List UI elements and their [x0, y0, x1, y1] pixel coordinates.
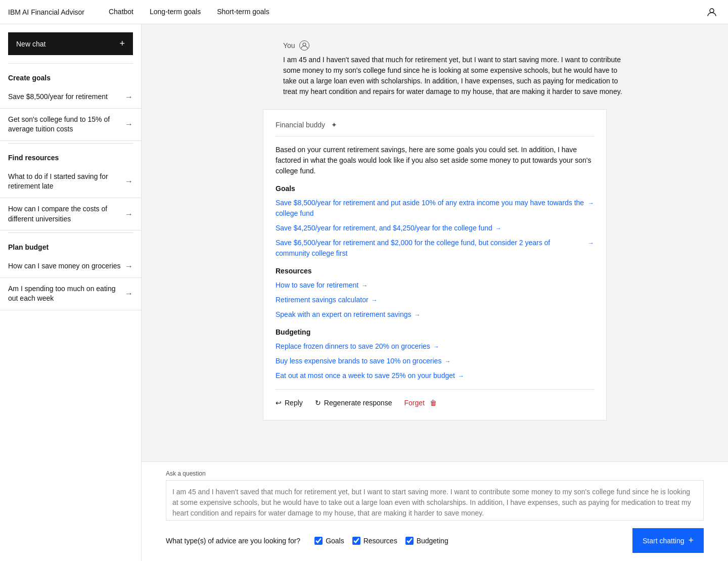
sidebar-section-create-goals: Create goals	[0, 66, 141, 86]
arrow-icon: →	[125, 120, 133, 129]
goal-link-1-arrow: →	[588, 199, 594, 208]
advice-label: What type(s) of advice are you looking f…	[166, 537, 300, 545]
resources-section-title: Resources	[276, 267, 594, 275]
chat-area: You I am 45 and I haven't saved that muc…	[142, 24, 728, 461]
goal-link-1[interactable]: Save $8,500/year for retirement and put …	[276, 198, 594, 219]
budget-link-1[interactable]: Replace frozen dinners to save 20% on gr…	[276, 341, 594, 352]
resource-link-1[interactable]: How to save for retirement →	[276, 280, 594, 291]
checkbox-resources[interactable]: Resources	[352, 537, 397, 545]
svg-point-1	[303, 43, 306, 46]
budgeting-checkbox[interactable]	[405, 537, 414, 545]
user-profile-button[interactable]	[704, 4, 720, 20]
sidebar: New chat + Create goals Save $8,500/year…	[0, 24, 142, 561]
ai-intro-text: Based on your current retirement savings…	[276, 145, 594, 176]
checkboxes: Goals Resources Budgeting	[314, 537, 448, 545]
resource-link-1-arrow: →	[361, 281, 368, 290]
user-message-inner: You I am 45 and I haven't saved that muc…	[283, 40, 627, 97]
new-chat-button[interactable]: New chat +	[8, 32, 133, 55]
goal-link-2-text: Save $4,250/year for retirement, and $4,…	[276, 223, 492, 233]
start-chatting-label: Start chatting	[643, 537, 685, 545]
resource-link-1-text: How to save for retirement	[276, 280, 358, 291]
forget-button[interactable]: Forget 🗑	[404, 396, 444, 410]
new-chat-label: New chat	[16, 40, 46, 48]
budget-link-1-arrow: →	[433, 342, 439, 351]
brand-prefix: IBM	[8, 8, 21, 16]
goal-link-1-text: Save $8,500/year for retirement and put …	[276, 198, 585, 219]
delete-icon: 🗑	[430, 399, 437, 407]
new-chat-plus-icon: +	[119, 38, 125, 49]
goal-link-3[interactable]: Save $6,500/year for retirement and $2,0…	[276, 238, 594, 259]
ai-buddy-icon: ✦	[329, 120, 339, 130]
resource-link-2-arrow: →	[372, 296, 378, 305]
sidebar-divider-3	[8, 232, 133, 233]
checkbox-budgeting[interactable]: Budgeting	[405, 537, 448, 545]
goal-link-2[interactable]: Save $4,250/year for retirement, and $4,…	[276, 223, 594, 233]
arrow-icon: →	[125, 177, 133, 186]
sidebar-divider-2	[8, 143, 133, 144]
main-content: You I am 45 and I haven't saved that muc…	[142, 24, 728, 561]
budgeting-checkbox-label: Budgeting	[417, 537, 448, 545]
top-navigation: IBM AI Financial Advisor Chatbot Long-te…	[0, 0, 728, 24]
sidebar-item-college-fund[interactable]: Get son's college fund to 15% of average…	[0, 109, 141, 141]
ask-question-label: Ask a question	[166, 470, 704, 477]
start-chatting-button[interactable]: Start chatting +	[632, 528, 704, 553]
sidebar-divider	[8, 63, 133, 64]
nav-link-shortterm[interactable]: Short-term goals	[209, 0, 277, 24]
resources-checkbox-label: Resources	[363, 537, 397, 545]
arrow-icon: →	[125, 289, 133, 298]
resource-link-3-text: Speak with an expert on retirement savin…	[276, 309, 411, 320]
resource-link-2[interactable]: Retirement savings calculator →	[276, 295, 594, 305]
user-avatar-icon	[299, 40, 309, 51]
sidebar-item-save-groceries[interactable]: How can I save money on groceries →	[0, 255, 141, 278]
start-chatting-plus-icon: +	[688, 535, 694, 546]
resource-link-3[interactable]: Speak with an expert on retirement savin…	[276, 309, 594, 320]
budgeting-section-title: Budgeting	[276, 328, 594, 336]
arrow-icon: →	[125, 262, 133, 271]
sidebar-item-eating-out[interactable]: Am I spending too much on eating out eac…	[0, 278, 141, 310]
resources-checkbox[interactable]	[352, 537, 360, 545]
reply-icon: ↩	[276, 399, 282, 407]
chat-input[interactable]	[166, 480, 704, 521]
budget-link-3-text: Eat out at most once a week to save 25% …	[276, 370, 455, 381]
budget-link-2-arrow: →	[444, 357, 450, 366]
reply-label: Reply	[285, 399, 303, 407]
regenerate-icon: ↻	[315, 399, 321, 407]
goals-section-title: Goals	[276, 184, 594, 193]
sidebar-section-plan-budget: Plan budget	[0, 235, 141, 255]
nav-links: Chatbot Long-term goals Short-term goals	[101, 0, 278, 24]
reply-button[interactable]: ↩ Reply	[276, 396, 311, 410]
goal-link-2-arrow: →	[495, 224, 502, 233]
advice-type-container: What type(s) of advice are you looking f…	[166, 537, 448, 545]
goals-checkbox[interactable]	[314, 537, 323, 545]
bottom-actions: What type(s) of advice are you looking f…	[166, 528, 704, 553]
user-message-wrapper: You I am 45 and I haven't saved that muc…	[243, 40, 627, 97]
ai-goals-section: Goals Save $8,500/year for retirement an…	[276, 184, 594, 259]
nav-link-longterm[interactable]: Long-term goals	[142, 0, 209, 24]
resource-link-3-arrow: →	[414, 310, 420, 319]
financial-buddy-label: Financial buddy	[276, 121, 325, 129]
sidebar-item-save-retirement[interactable]: Save $8,500/year for retirement →	[0, 86, 141, 109]
sidebar-item-retirement-late[interactable]: What to do if I started saving for retir…	[0, 166, 141, 198]
arrow-icon: →	[125, 92, 133, 102]
goal-link-3-arrow: →	[588, 239, 594, 248]
arrow-icon: →	[125, 210, 133, 219]
ai-message-card: Financial buddy ✦ Based on your current …	[263, 109, 607, 420]
ai-card-header: Financial buddy ✦	[276, 120, 594, 136]
regenerate-button[interactable]: ↻ Regenerate response	[315, 396, 400, 410]
budget-link-3[interactable]: Eat out at most once a week to save 25% …	[276, 370, 594, 381]
forget-label: Forget	[404, 399, 424, 407]
brand-title: IBM AI Financial Advisor	[8, 8, 84, 16]
svg-point-0	[710, 9, 714, 13]
nav-link-chatbot[interactable]: Chatbot	[101, 0, 142, 24]
budget-link-1-text: Replace frozen dinners to save 20% on gr…	[276, 341, 430, 352]
ai-budgeting-section: Budgeting Replace frozen dinners to save…	[276, 328, 594, 381]
budget-link-2[interactable]: Buy less expensive brands to save 10% on…	[276, 356, 594, 366]
goals-checkbox-label: Goals	[326, 537, 344, 545]
checkbox-goals[interactable]: Goals	[314, 537, 344, 545]
sidebar-item-compare-universities[interactable]: How can I compare the costs of different…	[0, 198, 141, 230]
brand-name: AI Financial Advisor	[21, 8, 84, 16]
budget-link-2-text: Buy less expensive brands to save 10% on…	[276, 356, 441, 366]
budget-link-3-arrow: →	[458, 371, 464, 381]
ai-resources-section: Resources How to save for retirement → R…	[276, 267, 594, 320]
user-name-label: You	[283, 41, 295, 50]
